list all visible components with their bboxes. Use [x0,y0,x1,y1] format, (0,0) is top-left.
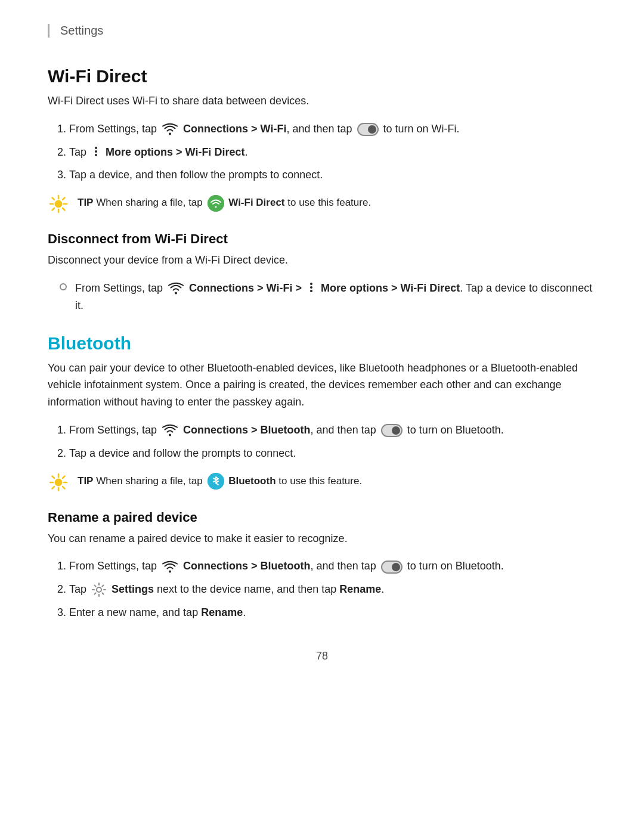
rename-section: Rename a paired device You can rename a … [48,510,596,621]
svg-line-9 [52,208,55,210]
disconnect-desc: Disconnect your device from a Wi-Fi Dire… [48,252,596,269]
svg-line-20 [63,487,65,489]
disconnect-bullet-item: From Settings, tap Connections > Wi-Fi > [60,280,596,314]
svg-point-14 [55,479,62,486]
svg-line-8 [63,198,65,200]
step1-connections-wifi: Connections > Wi-Fi [183,123,286,135]
wifi-direct-step-3: Tap a device, and then follow the prompt… [69,166,596,184]
disconnect-bullet-list: From Settings, tap Connections > Wi-Fi > [48,280,596,314]
svg-point-12 [175,292,177,295]
bluetooth-description: You can pair your device to other Blueto… [48,360,596,411]
svg-point-25 [97,587,101,592]
page-number: 78 [48,650,596,662]
svg-point-13 [169,434,171,436]
wifi-direct-step-1: From Settings, tap Connections > Wi-Fi, … [69,120,596,138]
wifi-direct-step-2: Tap More options > Wi-Fi Direct. [69,144,596,161]
bluetooth-blue-icon [208,473,224,490]
rename-title: Rename a paired device [48,510,596,525]
toggle-icon-step1 [357,123,379,136]
wifi-icon-bt-step1 [162,424,178,437]
svg-point-1 [55,200,62,208]
toggle-icon-rename-step1 [381,561,402,574]
wifi-direct-green-icon [208,195,224,212]
toggle-icon-bt-step1 [381,424,402,437]
wifi-direct-description: Wi-Fi Direct uses Wi-Fi to share data be… [48,92,596,110]
wifi-icon-rename-step1 [162,561,178,574]
step2-more-options: More options > Wi-Fi Direct [106,146,244,158]
disconnect-bullet-text: From Settings, tap Connections > Wi-Fi > [75,280,596,314]
svg-line-19 [52,476,55,478]
svg-line-6 [52,198,55,200]
svg-point-24 [169,570,171,572]
rename-step-1: From Settings, tap Connections > Bluetoo… [69,558,596,575]
wifi-direct-tip-text: TIP When sharing a file, tap Wi-Fi Direc… [78,194,371,212]
wifi-direct-title: Wi-Fi Direct [48,66,596,86]
rename-steps: From Settings, tap Connections > Bluetoo… [48,558,596,621]
svg-line-7 [63,208,65,210]
bluetooth-section: Bluetooth You can pair your device to ot… [48,333,596,621]
bluetooth-step-2: Tap a device and follow the prompts to c… [69,445,596,462]
breadcrumb: Settings [48,24,596,38]
bluetooth-title: Bluetooth [48,333,596,354]
bluetooth-step-1: From Settings, tap Connections > Bluetoo… [69,422,596,439]
disconnect-section: Disconnect from Wi-Fi Direct Disconnect … [48,231,596,314]
gear-icon-rename-step2 [91,582,107,597]
bluetooth-tip-text: TIP When sharing a file, tap Bluetooth t… [78,473,362,490]
disconnect-title: Disconnect from Wi-Fi Direct [48,231,596,247]
rename-step-2: Tap Settings next to the device name, an… [69,581,596,598]
svg-line-22 [52,487,55,489]
svg-point-11 [215,206,216,208]
wifi-icon-disconnect [168,282,184,295]
svg-line-21 [63,476,65,478]
tip-sun-icon-wifidirect [48,194,69,213]
rename-desc: You can rename a paired device to make i… [48,530,596,547]
wifi-direct-tip: TIP When sharing a file, tap Wi-Fi Direc… [48,194,596,213]
svg-point-0 [169,133,171,135]
more-options-icon-step2 [91,145,101,159]
wifi-icon-step1 [162,123,178,136]
wifi-direct-section: Wi-Fi Direct Wi-Fi Direct uses Wi-Fi to … [48,66,596,314]
svg-point-10 [208,195,224,212]
bluetooth-steps: From Settings, tap Connections > Bluetoo… [48,422,596,462]
more-options-icon-disconnect [306,281,317,295]
rename-step-3: Enter a new name, and tap Rename. [69,604,596,621]
wifi-direct-steps: From Settings, tap Connections > Wi-Fi, … [48,120,596,184]
circle-bullet-icon [60,283,67,290]
tip-sun-icon-bt [48,473,69,492]
bluetooth-tip: TIP When sharing a file, tap Bluetooth t… [48,473,596,492]
